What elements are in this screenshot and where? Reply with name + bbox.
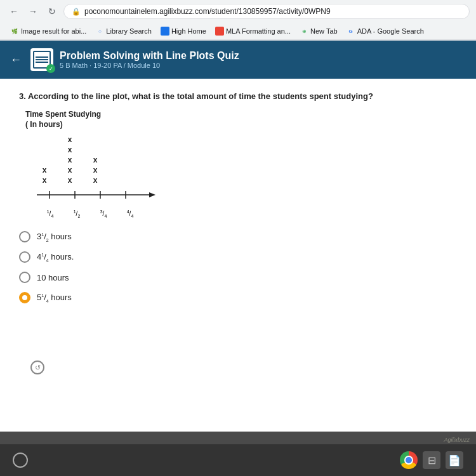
watermark: Agilixbuzz (444, 437, 470, 443)
taskbar-circle-button[interactable] (13, 453, 28, 468)
browser-window: ← → ↻ 🔒 poconomountainelem.agilixbuzz.co… (0, 0, 476, 432)
fraction-1-2: 1/2 (63, 207, 90, 218)
bookmark-image-result-icon: 🌿 (10, 27, 19, 36)
bookmarks-bar: 🌿 Image result for abi... ○ Library Sear… (0, 23, 476, 40)
plot-area: x x x x (32, 135, 457, 218)
x-cell-4-3: x (83, 166, 108, 175)
bookmark-new-tab[interactable]: ⊕ New Tab (296, 25, 341, 37)
radio-a[interactable] (19, 231, 30, 242)
x-cell-5-3: x (83, 176, 108, 185)
bookmark-ada-google[interactable]: G ADA - Google Search (343, 25, 428, 37)
x-cell-4-2: x (57, 166, 83, 175)
number-line-svg (32, 185, 159, 204)
bookmark-library-search[interactable]: ○ Library Search (91, 25, 155, 37)
bookmark-high-home-icon (161, 27, 169, 36)
fraction-4-4: 4/4 (117, 207, 143, 218)
chart-title: Time Spent Studying ( In hours) (25, 110, 457, 129)
question-area: 3. According to the line plot, what is t… (0, 79, 476, 432)
radio-b[interactable] (19, 251, 30, 263)
x-cell-4-1: x (32, 166, 57, 175)
taskbar-icons: ⊟ 📄 (400, 451, 463, 469)
answer-choice-a[interactable]: 31/2 hours (19, 231, 457, 242)
number-line-area (32, 185, 457, 207)
bookmark-mla[interactable]: MLA Formatting an... (211, 25, 294, 37)
x-cell-5-2: x (57, 176, 83, 185)
icon-line-1 (36, 56, 48, 58)
radio-d-inner (22, 295, 27, 300)
taskbar: ⊟ 📄 (0, 444, 476, 476)
browser-nav: ← → ↻ 🔒 poconomountainelem.agilixbuzz.co… (0, 0, 476, 41)
bookmark-ada-icon: G (347, 27, 355, 36)
x-row-4: x x x (32, 165, 457, 175)
answer-text-a: 31/2 hours (37, 232, 72, 242)
history-button[interactable]: ↺ (30, 360, 44, 374)
question-body: According to the line plot, what is the … (28, 91, 373, 101)
taskbar-docs-button[interactable]: 📄 (446, 451, 463, 469)
bookmark-image-result-label: Image result for abi... (21, 27, 86, 35)
address-bar[interactable]: 🔒 poconomountainelem.agilixbuzz.com/stud… (63, 4, 470, 19)
x-row-3: x x (32, 155, 457, 165)
fraction-3-4: 3/4 (90, 207, 117, 218)
question-text: 3. According to the line plot, what is t… (19, 91, 457, 101)
x-row-1: x (32, 135, 457, 145)
x-cell-3-2: x (57, 155, 83, 164)
fraction-labels: 1/4 1/2 3/4 4/4 (37, 207, 457, 218)
answer-text-c: 10 hours (37, 273, 69, 282)
radio-c[interactable] (19, 272, 30, 283)
bookmark-image-result[interactable]: 🌿 Image result for abi... (6, 25, 90, 37)
x-cell-2-2: x (57, 145, 83, 154)
chart-title-line1: Time Spent Studying (25, 110, 101, 119)
quiz-title: Problem Solving with Line Plots Quiz (60, 50, 239, 62)
x-row-5: x x x (32, 175, 457, 185)
back-button[interactable]: ← (6, 4, 22, 19)
icon-line-3 (36, 62, 48, 63)
bookmark-high-home[interactable]: High Home (157, 25, 210, 37)
url-text: poconomountainelem.agilixbuzz.com/studen… (84, 7, 331, 16)
forward-button[interactable]: → (25, 4, 41, 19)
quiz-subtitle: 5 B Math · 19-20 PA / Module 10 (60, 62, 239, 69)
quiz-header: ← ✓ Problem Solving with Line Plots Quiz… (0, 41, 476, 79)
x-cell-3-3: x (83, 155, 108, 164)
bookmark-library-label: Library Search (106, 27, 152, 35)
bookmark-new-tab-label: New Tab (310, 27, 338, 35)
icon-line-2 (36, 59, 48, 60)
line-plot-container: Time Spent Studying ( In hours) x (25, 110, 457, 218)
taskbar-files-button[interactable]: ⊟ (423, 451, 440, 469)
answer-choice-b[interactable]: 41/4 hours. (19, 251, 457, 263)
answer-text-d: 51/4 hours (37, 293, 72, 303)
x-row-2: x (32, 145, 457, 155)
bookmark-mla-icon (215, 27, 224, 36)
fraction-1-4: 1/4 (37, 207, 63, 218)
chart-title-line2: ( In hours) (25, 120, 63, 129)
bookmark-new-tab-icon: ⊕ (300, 27, 308, 36)
bookmark-mla-label: MLA Formatting an... (226, 27, 291, 35)
answer-text-b: 41/4 hours. (37, 252, 74, 263)
answer-choice-d[interactable]: 51/4 hours (19, 292, 457, 303)
question-number: 3. (19, 91, 26, 101)
nav-bar: ← → ↻ 🔒 poconomountainelem.agilixbuzz.co… (0, 0, 476, 23)
bookmark-library-icon: ○ (95, 27, 104, 36)
page-content: ← ✓ Problem Solving with Line Plots Quiz… (0, 41, 476, 432)
bookmark-ada-label: ADA - Google Search (357, 27, 424, 35)
chrome-taskbar-icon[interactable] (400, 451, 418, 469)
bookmark-high-home-label: High Home (171, 27, 206, 35)
radio-d[interactable] (19, 292, 30, 303)
x-cell-1-2: x (57, 135, 83, 144)
reload-button[interactable]: ↻ (44, 4, 60, 19)
checkmark-badge: ✓ (46, 64, 55, 73)
quiz-icon: ✓ (30, 48, 53, 71)
svg-marker-1 (149, 192, 155, 197)
answer-choice-c[interactable]: 10 hours (19, 272, 457, 283)
x-cell-5-1: x (32, 176, 57, 185)
quiz-back-button[interactable]: ← (10, 53, 22, 67)
lock-icon: 🔒 (72, 8, 81, 16)
answer-choices: 31/2 hours 41/4 hours. 10 hours (19, 231, 457, 303)
quiz-title-area: Problem Solving with Line Plots Quiz 5 B… (60, 50, 239, 69)
